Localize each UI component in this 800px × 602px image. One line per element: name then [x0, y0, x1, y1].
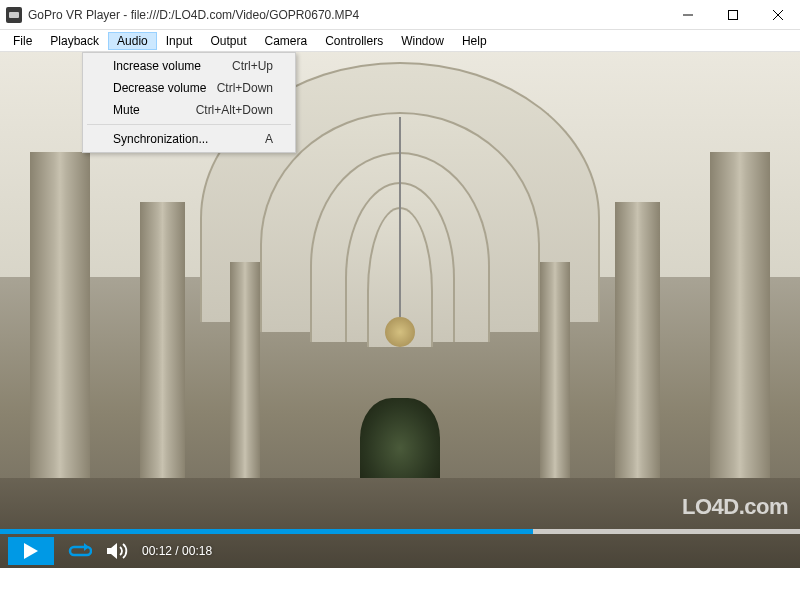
dropdown-item-label: Increase volume [113, 59, 201, 73]
time-display: 00:12 / 00:18 [142, 544, 212, 558]
svg-rect-2 [728, 10, 737, 19]
dropdown-synchronization[interactable]: Synchronization... A [85, 128, 293, 150]
dropdown-separator [87, 124, 291, 125]
player-controls: 00:12 / 00:18 [0, 534, 800, 568]
svg-rect-0 [9, 12, 19, 18]
menu-playback[interactable]: Playback [41, 32, 108, 50]
play-button[interactable] [8, 537, 54, 565]
dropdown-item-shortcut: Ctrl+Down [217, 81, 273, 95]
titlebar: GoPro VR Player - file:///D:/LO4D.com/Vi… [0, 0, 800, 30]
volume-icon [107, 542, 129, 560]
dropdown-item-label: Decrease volume [113, 81, 206, 95]
svg-marker-6 [84, 543, 89, 551]
play-icon [24, 543, 38, 559]
close-button[interactable] [755, 0, 800, 30]
minimize-icon [683, 10, 693, 20]
menu-audio[interactable]: Audio [108, 32, 157, 50]
dropdown-mute[interactable]: Mute Ctrl+Alt+Down [85, 99, 293, 121]
dropdown-item-shortcut: Ctrl+Up [232, 59, 273, 73]
loop-icon [68, 542, 92, 560]
menu-input[interactable]: Input [157, 32, 202, 50]
svg-marker-5 [24, 543, 38, 559]
menu-camera[interactable]: Camera [255, 32, 316, 50]
titlebar-left: GoPro VR Player - file:///D:/LO4D.com/Vi… [0, 7, 359, 23]
window-title: GoPro VR Player - file:///D:/LO4D.com/Vi… [28, 8, 359, 22]
watermark-text1: LO4D [682, 494, 739, 519]
window-controls [665, 0, 800, 30]
dropdown-increase-volume[interactable]: Increase volume Ctrl+Up [85, 55, 293, 77]
maximize-icon [728, 10, 738, 20]
volume-button[interactable] [106, 539, 130, 563]
close-icon [773, 10, 783, 20]
minimize-button[interactable] [665, 0, 710, 30]
loop-button[interactable] [66, 539, 94, 563]
watermark-text2: .com [739, 494, 788, 519]
dropdown-item-shortcut: Ctrl+Alt+Down [196, 103, 273, 117]
dropdown-item-label: Mute [113, 103, 140, 117]
menu-help[interactable]: Help [453, 32, 496, 50]
menu-file[interactable]: File [4, 32, 41, 50]
audio-dropdown: Increase volume Ctrl+Up Decrease volume … [82, 52, 296, 153]
watermark: LO4D.com [682, 494, 788, 520]
menubar: File Playback Audio Input Output Camera … [0, 30, 800, 52]
menu-output[interactable]: Output [201, 32, 255, 50]
dropdown-item-label: Synchronization... [113, 132, 208, 146]
app-icon [6, 7, 22, 23]
maximize-button[interactable] [710, 0, 755, 30]
svg-marker-7 [107, 543, 117, 559]
dropdown-decrease-volume[interactable]: Decrease volume Ctrl+Down [85, 77, 293, 99]
dropdown-item-shortcut: A [265, 132, 273, 146]
menu-controllers[interactable]: Controllers [316, 32, 392, 50]
menu-window[interactable]: Window [392, 32, 453, 50]
